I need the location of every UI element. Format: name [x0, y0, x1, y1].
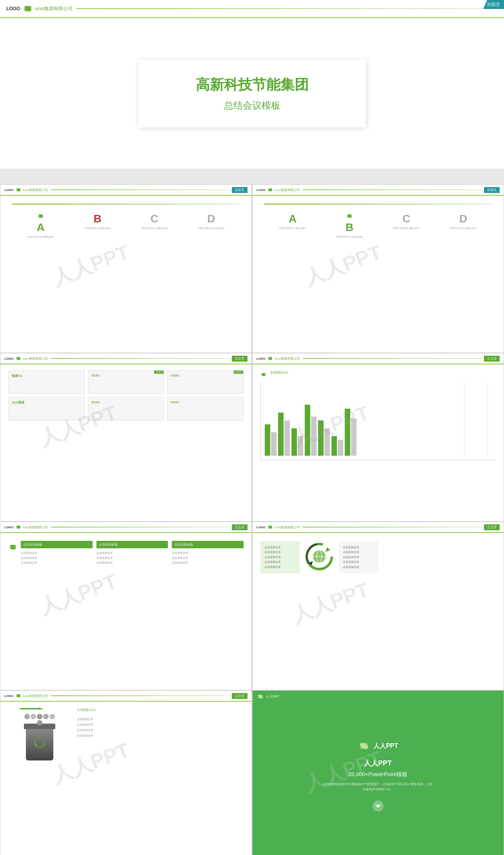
three-col-logo: LOGO	[4, 526, 14, 529]
cover-title-main: 高新科技节能集团	[162, 75, 342, 95]
three-col-tag: 正文页	[232, 524, 247, 530]
waste-bin-symbol	[26, 729, 53, 749]
three-col-leaf-icon	[15, 524, 22, 530]
toc-sub-d: Click here to add your	[183, 227, 240, 229]
bar-2-green	[278, 413, 284, 456]
toc1-item-a-icon	[37, 213, 44, 220]
toc2-content: A Click here to add your B Click here to…	[253, 196, 504, 246]
bar-4-green	[305, 405, 310, 456]
org-leaf-icon	[15, 355, 22, 362]
svg-point-1	[24, 5, 33, 13]
bar-6-gray	[338, 440, 343, 456]
toc2-company: xxxx集团有限公司	[275, 188, 300, 192]
recycle-leaf-icon	[267, 524, 273, 530]
org-logo: LOGO	[4, 357, 14, 360]
org-card-5: XXXX	[88, 397, 164, 420]
brand-header: 人人PPT	[253, 691, 504, 702]
brand-tagline: 人人PPT	[364, 759, 392, 768]
org-card-5-title: XXXX	[91, 400, 161, 404]
toc-item-a: A Click here to add your	[12, 213, 69, 238]
waste-visual	[8, 708, 71, 760]
toc-item-d: D Click here to add your	[183, 213, 240, 238]
toc2-letter-b: B	[321, 221, 378, 234]
org-card-1: 制度XX	[8, 370, 85, 394]
brand-arrow-down	[372, 800, 384, 813]
toc2-item-d: D Click here to add your	[435, 213, 492, 238]
brand-arrow-down-icon	[372, 800, 384, 812]
col-2-title: 点击添加标题	[96, 541, 168, 548]
toc-letter-b: B	[69, 213, 126, 225]
toc1-header: LOGO xxxx集团有限公司 目录页	[0, 185, 251, 196]
toc2-item-b-icon	[346, 213, 353, 220]
toc1-tag: 目录页	[232, 187, 247, 193]
toc2-leaf-icon	[267, 187, 273, 193]
toc1-company: xxxx集团有限公司	[23, 188, 48, 192]
brand-leaf-icon	[257, 693, 264, 700]
logo-leaf-icon	[22, 3, 33, 14]
waste-content: XX回收XXX 点击添加文本点击添加文本点击添加文本点击添加文本	[0, 702, 251, 766]
recycle-content: 点击添加文本点击添加文本点击添加文本点击添加文本点击添加文本	[253, 533, 504, 582]
slide-three-col: LOGO xxxx集团有限公司 正文页 点击添加标题 点击添加文本点击添加文本点…	[0, 522, 252, 690]
bar-group-3	[291, 428, 303, 456]
slide-brand: 人人PPT 人人PPT 人人PPT 20,000+PowerPoint模板 分享…	[252, 690, 504, 855]
cover-header: LOGO xxxx集团有限公司	[0, 0, 504, 18]
waste-item-3	[37, 714, 42, 719]
brand-name: 人人PPT	[373, 742, 398, 750]
org-card-1-title: 制度XX	[12, 374, 81, 378]
toc2-header: LOGO xxxx集团有限公司 目录页	[253, 185, 504, 196]
watermark-toc1: 人人PPT	[48, 239, 133, 292]
brand-count: 20,000+PowerPoint模板	[348, 771, 408, 778]
toc2-item-c: C Click here to add your	[378, 213, 435, 238]
toc2-item-b: B Click here to add your	[321, 213, 378, 238]
org-card-6: XXXX	[167, 397, 244, 420]
waste-item-5	[49, 714, 55, 719]
waste-company: xxxx集团有限公司	[23, 694, 48, 698]
toc2-sub-a: Click here to add your	[264, 227, 321, 229]
toc2-sub-b: Click here to add your	[321, 235, 378, 238]
recycle-left-box: 点击添加文本点击添加文本点击添加文本点击添加文本点击添加文本	[260, 541, 300, 574]
svg-marker-23	[326, 547, 330, 552]
org-card-4-title: XXX管理	[12, 400, 81, 405]
chart-leaf-icon	[267, 355, 273, 362]
toc1-items: A Click here to add your B Click here to…	[12, 213, 240, 238]
bar-1-gray	[271, 432, 277, 456]
watermark-three-col: 人人PPT	[36, 568, 121, 621]
org-card-3-title: XXXX	[171, 374, 240, 377]
three-col-company: xxxx集团有限公司	[23, 525, 48, 529]
brand-main: 人人PPT 人人PPT 20,000+PowerPoint模板 分享免费精美的P…	[253, 691, 504, 855]
waste-arrow-row	[20, 708, 71, 710]
svg-point-30	[16, 693, 21, 698]
bar-group-6	[331, 436, 343, 456]
col-1: 点击添加标题 点击添加文本点击添加文本点击添加文本	[21, 541, 93, 566]
col-1-title: 点击添加标题	[21, 541, 93, 548]
slide-toc2: LOGO xxxx集团有限公司 目录页 A Click here to add …	[252, 184, 504, 353]
toc2-items: A Click here to add your B Click here to…	[264, 213, 492, 238]
org-grid: 制度XX XXXX XXXX XXXX XXXX XXX管理 XXXX XXXX	[8, 370, 244, 420]
col-3: 点击添加标题 点击添加文本点击添加文本点击添加文本	[172, 541, 244, 566]
bar-group-5	[318, 420, 330, 456]
watermark-toc2: 人人PPT	[300, 239, 386, 292]
waste-title: XX回收XXX	[77, 708, 244, 713]
toc-sub-a: Click here to add your	[12, 235, 69, 238]
bar-6-green	[331, 436, 337, 456]
bar-3-gray	[298, 436, 303, 456]
toc2-sub-c: Click here to add your	[378, 227, 435, 229]
svg-point-9	[347, 213, 353, 218]
col-2: 点击添加标题 点击添加文本点击添加文本点击添加文本	[96, 541, 168, 566]
toc2-letter-c: C	[378, 213, 435, 225]
toc2-tag: 目录页	[484, 187, 500, 193]
toc-item-b: B Click here to add your	[69, 213, 126, 238]
svg-point-21	[267, 525, 273, 529]
org-card-2: XXXX XXXX	[88, 370, 164, 394]
chart-header: LOGO xxxx集团有限公司 正文页	[253, 353, 504, 364]
bar-5-green	[318, 420, 324, 456]
waste-item-2	[31, 714, 36, 719]
col-2-texts: 点击添加文本点击添加文本点击添加文本	[96, 551, 168, 566]
chart-leaf-small	[260, 371, 267, 378]
bar-group-1	[265, 424, 277, 456]
chart-title: 业绩同比XX	[270, 370, 289, 375]
three-col-main-icon	[8, 542, 18, 552]
recycle-tag: 正文页	[484, 524, 500, 530]
toc2-letter-a: A	[264, 213, 321, 225]
org-card-3-badge: XXXX	[234, 371, 243, 374]
